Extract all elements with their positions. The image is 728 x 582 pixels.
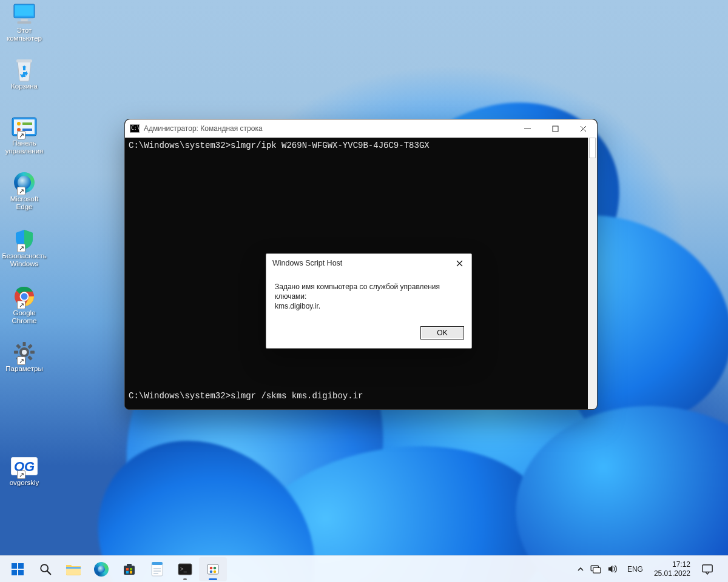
command-prompt-title-icon (130, 124, 140, 133)
desktop-icon-label: БезопасностьWindows (2, 252, 46, 267)
shortcut-arrow-icon: ↗ (17, 131, 25, 139)
desktop-icon-control-panel[interactable]: ↗ Панельуправления (1, 115, 47, 155)
shortcut-arrow-icon: ↗ (17, 356, 25, 365)
svg-point-42 (214, 566, 217, 569)
dialog-title: Windows Script Host (272, 259, 342, 267)
taskbar-date: 25.01.2022 (654, 569, 690, 578)
windows-script-host-dialog: Windows Script Host Задано имя компьютер… (266, 253, 472, 349)
display-settings-icon[interactable] (590, 565, 601, 574)
cmd-line: C:\Windows\system32>slmgr/ipk W269N-WFGW… (129, 140, 593, 152)
desktop-icon-label: Корзина (11, 82, 38, 90)
svg-rect-30 (130, 568, 132, 570)
dialog-titlebar[interactable]: Windows Script Host (266, 254, 471, 272)
desktop-icon-label: Параметры (5, 365, 42, 372)
close-button[interactable] (569, 119, 597, 138)
dialog-message-line: Задано имя компьютера со службой управле… (275, 282, 463, 301)
taskbar-edge[interactable] (87, 557, 115, 581)
dialog-message-line: kms.digiboy.ir. (275, 301, 463, 311)
taskbar-windows-script-host[interactable] (199, 557, 227, 581)
taskbar-microsoft-store[interactable] (115, 557, 143, 581)
svg-rect-22 (18, 570, 24, 575)
svg-point-16 (22, 350, 27, 355)
desktop-icon-recycle-bin[interactable]: Корзина (1, 58, 47, 90)
svg-rect-28 (127, 564, 132, 566)
taskbar: >_ ENG 17:12 25.01.2022 (0, 555, 728, 582)
svg-point-13 (21, 293, 28, 300)
desktop-icon-label: MicrosoftEdge (10, 195, 39, 210)
minimize-icon (524, 125, 531, 132)
search-button[interactable] (32, 557, 59, 581)
maximize-icon (552, 125, 559, 132)
svg-rect-32 (130, 571, 132, 574)
desktop-icon-ovgorskiy[interactable]: OG ↗ ovgorskiy (1, 455, 47, 487)
maximize-button[interactable] (541, 119, 569, 138)
desktop-icon-chrome[interactable]: ↗ GoogleChrome (1, 285, 47, 325)
store-icon (122, 562, 136, 577)
svg-line-24 (47, 570, 51, 574)
svg-rect-40 (207, 564, 218, 574)
taskbar-file-explorer[interactable] (59, 557, 87, 581)
recycle-bin-icon (14, 57, 35, 82)
dialog-body: Задано имя компьютера со службой управле… (266, 272, 471, 314)
svg-rect-1 (15, 5, 33, 16)
svg-rect-33 (152, 563, 163, 576)
svg-rect-4 (16, 59, 32, 62)
notifications-icon[interactable] (701, 563, 713, 575)
command-prompt-icon: >_ (178, 563, 192, 575)
shortcut-arrow-icon: ↗ (17, 187, 25, 195)
svg-rect-27 (124, 566, 135, 575)
minimize-button[interactable] (513, 119, 541, 138)
cmd-line: C:\Windows\system32>slmgr /skms kms.digi… (129, 390, 593, 402)
svg-rect-8 (22, 122, 32, 125)
command-prompt-title: Администратор: Командная строка (144, 124, 263, 133)
chevron-up-icon[interactable] (577, 566, 584, 573)
file-explorer-icon (66, 563, 81, 576)
svg-point-41 (210, 566, 213, 569)
svg-rect-18 (553, 126, 558, 132)
desktop-icon-settings[interactable]: ↗ Параметры (1, 341, 47, 373)
notepad-icon (150, 561, 164, 577)
desktop-icon-edge[interactable]: ↗ MicrosoftEdge (1, 171, 47, 211)
desktop-icon-label: Этоткомпьютер (7, 27, 42, 42)
desktop-icon-label: ovgorskiy (10, 479, 39, 486)
svg-rect-17 (524, 129, 531, 129)
desktop-icon-this-pc[interactable]: Этоткомпьютер (1, 2, 47, 42)
svg-point-7 (17, 122, 21, 125)
search-icon (39, 563, 52, 576)
svg-point-43 (210, 570, 213, 573)
cmd-line: C:\Windows\system32> (129, 408, 593, 410)
edge-icon (94, 562, 109, 577)
show-desktop-button[interactable] (722, 556, 726, 583)
taskbar-command-prompt[interactable]: >_ (171, 557, 199, 581)
shortcut-arrow-icon: ↗ (17, 301, 25, 309)
svg-rect-15 (23, 342, 26, 346)
taskbar-notepad[interactable] (143, 557, 171, 581)
scrollbar[interactable] (588, 138, 597, 409)
svg-rect-19 (12, 563, 17, 569)
shortcut-arrow-icon: ↗ (17, 244, 25, 252)
close-icon (580, 125, 587, 132)
command-prompt-titlebar[interactable]: Администратор: Командная строка (125, 119, 597, 138)
taskbar-clock[interactable]: 17:12 25.01.2022 (649, 560, 695, 578)
svg-rect-20 (18, 563, 24, 569)
close-icon (456, 260, 463, 267)
desktop-icon-windows-security[interactable]: ↗ БезопасностьWindows (1, 228, 47, 268)
monitor-icon (12, 3, 37, 25)
taskbar-time: 17:12 (654, 560, 690, 569)
scrollbar-thumb[interactable] (589, 138, 596, 158)
svg-rect-3 (18, 21, 32, 24)
svg-rect-29 (126, 568, 129, 570)
start-button[interactable] (4, 557, 32, 581)
svg-rect-34 (152, 562, 163, 565)
ok-button[interactable]: OK (420, 326, 464, 340)
svg-rect-46 (593, 567, 601, 573)
windows-start-icon (10, 562, 25, 577)
desktop-icon-label: Панельуправления (5, 139, 44, 155)
svg-text:>_: >_ (180, 566, 187, 572)
svg-point-44 (214, 570, 217, 573)
volume-icon[interactable] (607, 564, 618, 574)
language-indicator[interactable]: ENG (627, 565, 643, 574)
script-host-icon (206, 562, 220, 577)
svg-rect-47 (703, 564, 712, 572)
dialog-close-button[interactable] (450, 256, 469, 270)
